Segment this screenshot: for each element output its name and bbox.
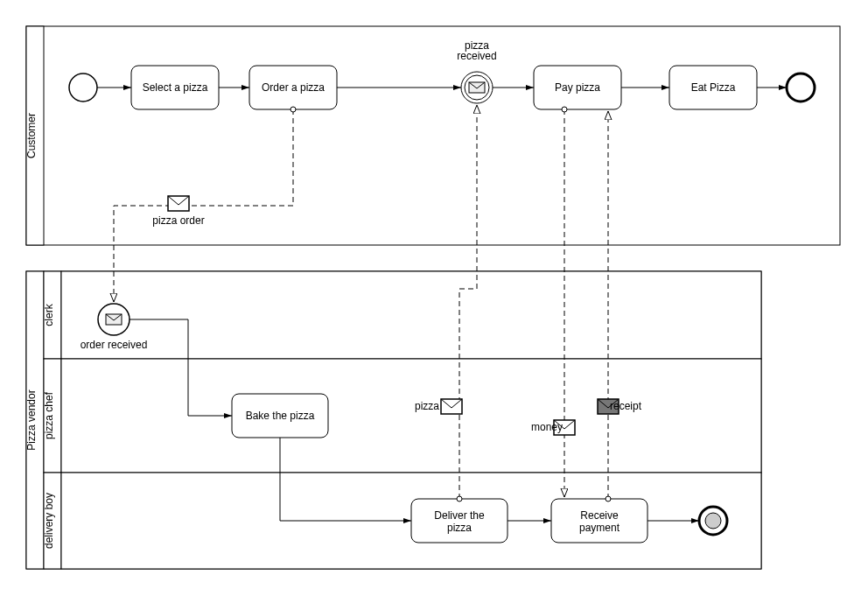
lane-chef bbox=[61, 359, 761, 473]
envelope-icon bbox=[106, 314, 122, 325]
envelope-icon bbox=[441, 399, 462, 414]
svg-text:Deliver the: Deliver the bbox=[434, 509, 485, 522]
task-pay-label: Pay pizza bbox=[555, 81, 600, 94]
envelope-icon bbox=[168, 196, 189, 211]
lane-chef-label: pizza chef bbox=[43, 391, 55, 439]
svg-point-36 bbox=[705, 513, 721, 529]
lane-clerk bbox=[61, 271, 761, 359]
end-event-customer bbox=[787, 74, 815, 102]
pool-customer: Customer Select a pizza Order a pizza pi… bbox=[25, 26, 840, 245]
task-deliver-pizza: Deliver the pizza bbox=[411, 499, 508, 543]
bpmn-diagram: Customer Select a pizza Order a pizza pi… bbox=[18, 18, 850, 578]
task-eat-label: Eat Pizza bbox=[691, 81, 736, 94]
pool-customer-label: Customer bbox=[25, 113, 38, 158]
task-eat-pizza: Eat Pizza bbox=[669, 66, 757, 109]
svg-text:received: received bbox=[457, 50, 496, 62]
pool-vendor: Pizza vendor clerk pizza chef delivery b… bbox=[25, 271, 761, 569]
start-event-customer bbox=[69, 74, 97, 102]
msg-receipt-label: receipt bbox=[610, 400, 642, 412]
task-bake-pizza: Bake the pizza bbox=[232, 394, 328, 438]
svg-point-3 bbox=[69, 74, 97, 102]
task-receive-payment: Receive payment bbox=[551, 499, 648, 543]
task-order-pizza: Order a pizza bbox=[249, 66, 337, 109]
svg-point-13 bbox=[787, 74, 815, 102]
lane-delivery-label: delivery boy bbox=[43, 493, 55, 549]
svg-text:order received: order received bbox=[80, 339, 148, 351]
svg-text:pizza: pizza bbox=[447, 522, 472, 534]
svg-rect-1 bbox=[26, 26, 840, 245]
task-select-label: Select a pizza bbox=[143, 81, 208, 94]
task-bake-label: Bake the pizza bbox=[246, 410, 315, 422]
task-select-pizza: Select a pizza bbox=[131, 66, 219, 109]
svg-text:payment: payment bbox=[579, 522, 620, 534]
task-order-label: Order a pizza bbox=[262, 81, 325, 94]
msg-pizza-order-label: pizza order bbox=[152, 214, 204, 227]
svg-text:Receive: Receive bbox=[580, 509, 619, 522]
task-pay-pizza: Pay pizza bbox=[534, 66, 621, 109]
lane-clerk-label: clerk bbox=[43, 303, 55, 326]
end-event-vendor bbox=[699, 507, 727, 535]
pool-vendor-label: Pizza vendor bbox=[25, 389, 38, 450]
envelope-icon bbox=[469, 82, 485, 93]
msg-money-label: money bbox=[531, 421, 563, 433]
msg-pizza-label: pizza bbox=[415, 400, 439, 412]
